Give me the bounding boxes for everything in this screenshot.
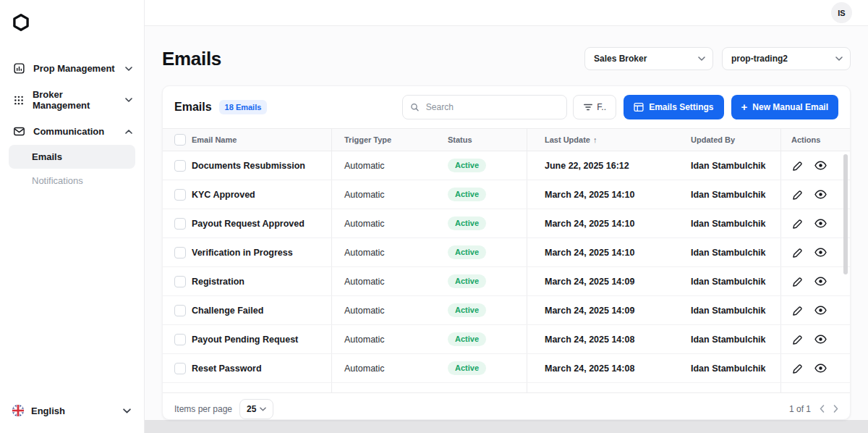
updated-by-cell: Idan Stambulchik xyxy=(681,354,780,382)
updated-by-cell: Idan Stambulchik xyxy=(681,296,780,324)
card-header: Emails 18 Emails F.. xyxy=(163,86,850,128)
col-label: Last Update xyxy=(545,135,590,144)
row-checkbox[interactable] xyxy=(174,363,186,374)
col-email-name: Email Name xyxy=(192,129,331,151)
email-name: Payout Request Approved xyxy=(192,219,305,229)
eye-icon xyxy=(814,277,827,286)
pencil-icon xyxy=(791,189,803,201)
tenant-select[interactable]: prop-trading2 xyxy=(722,47,851,70)
updated-by: Idan Stambulchik xyxy=(691,335,766,345)
edit-button[interactable] xyxy=(791,189,803,201)
edit-button[interactable] xyxy=(791,363,803,374)
status-badge: Active xyxy=(448,361,486,375)
row-checkbox[interactable] xyxy=(174,305,186,316)
sidebar-item-label: Broker Management xyxy=(33,89,117,111)
filter-button[interactable]: F.. xyxy=(573,95,616,119)
preview-button[interactable] xyxy=(814,219,827,228)
updated-by-cell xyxy=(681,383,780,392)
last-update-cell: March 24, 2025 14:08 xyxy=(527,354,681,382)
sidebar-item-emails[interactable]: Emails xyxy=(9,145,135,169)
bar-chart-icon xyxy=(13,62,25,75)
user-avatar[interactable]: IS xyxy=(831,2,852,23)
sidebar-item-notifications[interactable]: Notifications xyxy=(9,169,135,193)
filter-button-label: F.. xyxy=(597,102,606,112)
edit-button[interactable] xyxy=(791,305,803,316)
mail-icon xyxy=(13,125,25,138)
edit-button[interactable] xyxy=(791,218,803,230)
trigger-type-cell: Automatic xyxy=(331,238,436,266)
table-scrollbar[interactable] xyxy=(843,154,848,274)
sidebar-item-prop-management[interactable]: Prop Management xyxy=(0,55,144,82)
col-label: Updated By xyxy=(691,135,735,144)
last-update: June 22, 2025 16:12 xyxy=(545,161,629,171)
edit-button[interactable] xyxy=(791,247,803,258)
eye-icon xyxy=(814,248,827,257)
card-title: Emails xyxy=(174,101,212,114)
row-checkbox[interactable] xyxy=(174,276,186,287)
preview-button[interactable] xyxy=(814,306,827,315)
search-input[interactable] xyxy=(425,101,559,113)
page-size-select[interactable]: 25 xyxy=(239,399,273,419)
preview-button[interactable] xyxy=(814,161,827,170)
row-checkbox[interactable] xyxy=(174,334,186,345)
page-title: Emails xyxy=(162,48,221,70)
last-update: March 24, 2025 14:10 xyxy=(545,190,634,200)
header-selects: Sales Broker prop-trading2 xyxy=(584,47,851,70)
preview-button[interactable] xyxy=(814,277,827,286)
trigger-type: Automatic xyxy=(344,306,385,316)
broker-select[interactable]: Sales Broker xyxy=(584,47,713,70)
actions-cell xyxy=(780,383,850,392)
trigger-type: Automatic xyxy=(344,335,385,345)
row-checkbox[interactable] xyxy=(174,160,186,172)
chevron-down-icon xyxy=(698,56,705,61)
chevron-down-icon xyxy=(123,408,131,413)
trigger-type: Automatic xyxy=(344,277,385,287)
sidebar-subitem-label: Notifications xyxy=(32,175,83,186)
email-name-cell: Payout Pending Request xyxy=(192,325,331,353)
col-label: Email Name xyxy=(192,135,237,144)
trigger-type-cell: Automatic xyxy=(331,209,436,237)
status-cell: Active xyxy=(436,267,527,295)
eye-icon xyxy=(814,219,827,228)
language-selector[interactable]: English xyxy=(0,392,144,433)
emails-settings-button[interactable]: Emails Settings xyxy=(624,95,723,119)
edit-button[interactable] xyxy=(791,276,803,287)
row-checkbox[interactable] xyxy=(174,189,186,201)
updated-by: Idan Stambulchik xyxy=(691,306,766,316)
preview-button[interactable] xyxy=(814,363,827,373)
actions-cell xyxy=(780,209,850,237)
last-update: March 24, 2025 14:08 xyxy=(545,363,634,374)
preview-button[interactable] xyxy=(814,335,827,344)
email-name: KYC Approved xyxy=(192,190,255,200)
previous-page-button[interactable] xyxy=(820,405,825,413)
sidebar: Prop Management Broker Management xyxy=(0,0,145,433)
email-name: Challenge Failed xyxy=(192,306,263,316)
trigger-type-cell: Automatic xyxy=(331,296,436,324)
row-checkbox-cell xyxy=(163,354,192,382)
edit-button[interactable] xyxy=(791,160,803,172)
actions-cell xyxy=(780,180,850,209)
last-update: March 24, 2025 14:10 xyxy=(545,248,634,258)
main-area: IS Emails Sales Broker prop-trading2 xyxy=(145,0,868,433)
col-last-update[interactable]: Last Update ↑ xyxy=(527,129,681,151)
last-update: March 24, 2025 14:10 xyxy=(545,219,634,229)
updated-by: Idan Stambulchik xyxy=(691,161,766,171)
edit-button[interactable] xyxy=(791,334,803,345)
email-name-cell: Verification in Progress xyxy=(192,238,331,266)
next-page-button[interactable] xyxy=(833,405,838,413)
new-manual-email-button[interactable]: + New Manual Email xyxy=(731,95,838,119)
pencil-icon xyxy=(791,305,803,316)
sidebar-item-broker-management[interactable]: Broker Management xyxy=(0,82,144,118)
table-row: Reset Password Automatic Active March 24… xyxy=(163,354,850,383)
select-all-checkbox[interactable] xyxy=(174,134,186,146)
table-row: Challenge Failed Automatic Active March … xyxy=(163,296,850,325)
preview-button[interactable] xyxy=(814,248,827,257)
col-label: Status xyxy=(448,135,472,144)
preview-button[interactable] xyxy=(814,190,827,199)
row-checkbox[interactable] xyxy=(174,247,186,258)
sidebar-item-communication[interactable]: Communication xyxy=(0,118,144,145)
pencil-icon xyxy=(791,160,803,172)
actions-cell xyxy=(780,267,850,295)
eye-icon xyxy=(814,335,827,344)
row-checkbox[interactable] xyxy=(174,218,186,230)
